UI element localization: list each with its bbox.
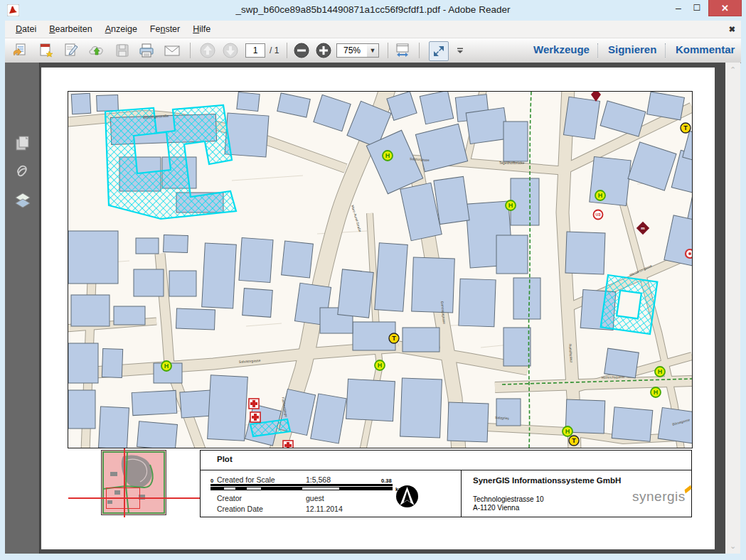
building — [71, 295, 110, 326]
building — [68, 390, 95, 429]
fullscreen-button[interactable] — [429, 41, 449, 61]
map-frame: WipplingerstraßeSalztorgasseMarc-Aurel-S… — [68, 92, 692, 448]
creator-value: guest — [306, 494, 324, 502]
scalebar-segment — [223, 487, 236, 490]
save-button[interactable] — [113, 41, 132, 60]
zoom-in-button[interactable] — [314, 41, 333, 60]
company-address-line2: A-1120 Vienna — [473, 504, 519, 512]
toolbar-separator — [287, 43, 287, 58]
attachments-icon[interactable] — [14, 162, 32, 181]
navigation-sidebar — [5, 63, 40, 554]
scroll-down-icon[interactable]: ⌄ — [728, 542, 737, 551]
close-button[interactable]: ✕ — [708, 0, 742, 16]
zoom-in-icon — [315, 42, 332, 59]
north-arrow — [395, 484, 420, 509]
email-button[interactable] — [163, 41, 181, 60]
minimize-button[interactable]: – — [670, 0, 687, 16]
zoom-dropdown-button[interactable]: ▼ — [367, 43, 379, 58]
next-page-icon — [222, 42, 239, 59]
menu-hilfe[interactable]: Hilfe — [186, 22, 217, 36]
scale-label: Created for Scale — [217, 475, 275, 484]
building — [237, 92, 260, 111]
toolbar-separator — [190, 43, 191, 58]
tab-signieren[interactable]: Signieren — [608, 43, 656, 55]
street-label: Tegetthoffbrücke — [499, 161, 525, 165]
fit-width-button[interactable] — [393, 41, 412, 60]
tab-werkzeuge[interactable]: Werkzeuge — [533, 43, 590, 55]
svg-text:T: T — [683, 124, 688, 131]
zoom-level-input[interactable] — [336, 43, 368, 58]
cloud-upload-button[interactable] — [87, 41, 106, 60]
open-file-button[interactable] — [11, 41, 29, 60]
building — [202, 243, 237, 308]
scroll-up-icon[interactable]: ⌃ — [728, 65, 737, 75]
building — [400, 378, 442, 438]
menu-bar-close-icon[interactable]: ✖ — [729, 25, 735, 34]
building — [563, 97, 600, 139]
svg-text:H: H — [654, 389, 659, 396]
company-name: SynerGIS Informationssysteme GmbH — [473, 476, 621, 485]
menu-bearbeiten[interactable]: Bearbeiten — [43, 22, 98, 36]
page-number-input[interactable] — [245, 43, 265, 58]
building — [176, 308, 215, 330]
scalebar-segment — [302, 487, 340, 490]
more-tools-chevron-icon[interactable] — [454, 41, 466, 60]
scalebar — [211, 487, 393, 490]
creation-date-value: 12.11.2014 — [306, 505, 343, 513]
layers-icon[interactable] — [14, 191, 32, 210]
building — [137, 421, 178, 448]
print-button[interactable] — [137, 41, 156, 60]
building — [612, 407, 653, 442]
svg-text:H: H — [508, 202, 513, 209]
menu-datei[interactable]: Datei — [9, 22, 43, 36]
building — [412, 257, 455, 313]
toolbar-dotted-separator — [665, 43, 666, 58]
building — [239, 238, 273, 283]
svg-text:H: H — [378, 362, 383, 369]
building — [134, 269, 164, 296]
sign-document-icon — [63, 43, 79, 58]
save-icon — [115, 43, 129, 58]
sign-document-button[interactable] — [62, 41, 80, 60]
page-thumbnails-icon[interactable] — [14, 134, 32, 153]
menu-anzeige[interactable]: Anzeige — [99, 22, 144, 36]
previous-page-icon — [199, 42, 216, 59]
previous-page-button[interactable] — [198, 41, 217, 60]
zoom-out-button[interactable] — [292, 41, 311, 60]
building — [466, 107, 508, 144]
scale-value: 1:5,568 — [306, 475, 331, 484]
scalebar-segment — [340, 487, 393, 490]
create-pdf-button[interactable] — [36, 41, 55, 60]
svg-text:H: H — [598, 192, 603, 199]
cloud-upload-icon — [88, 43, 105, 58]
svg-text:H: H — [565, 428, 570, 435]
subway-station-marker: U3 — [594, 210, 603, 220]
next-page-button[interactable] — [221, 41, 240, 60]
transit-stop-marker: H — [506, 200, 516, 210]
pharmacy-marker — [249, 399, 259, 409]
adobe-reader-window: _swp_b60ce89a85b14490871a1cc56f9cfdf1.pd… — [0, 0, 746, 560]
window-title: _swp_b60ce89a85b14490871a1cc56f9cfdf1.pd… — [0, 4, 746, 15]
page-total-label: / 1 — [270, 45, 279, 55]
building — [565, 232, 605, 274]
tab-kommentar[interactable]: Kommentar — [676, 43, 735, 55]
maximize-button[interactable]: ☐ — [688, 0, 705, 16]
fit-width-icon — [394, 43, 411, 58]
building — [136, 238, 159, 254]
building — [99, 406, 129, 448]
building — [503, 122, 528, 161]
taxi-stand-marker: T — [681, 123, 691, 133]
menu-fenster[interactable]: Fenster — [144, 22, 186, 36]
vertical-scrollbar[interactable]: ⌃ ⌄ — [725, 63, 740, 554]
building — [496, 235, 528, 274]
building — [434, 176, 469, 224]
poi-ring-marker — [686, 249, 692, 258]
building — [68, 231, 118, 284]
building — [169, 271, 196, 296]
building — [604, 348, 639, 378]
building — [102, 349, 122, 378]
synergis-logo: synergis — [632, 489, 686, 505]
svg-text:H: H — [658, 368, 663, 375]
scalebar-segment — [236, 487, 246, 490]
building — [459, 279, 496, 327]
